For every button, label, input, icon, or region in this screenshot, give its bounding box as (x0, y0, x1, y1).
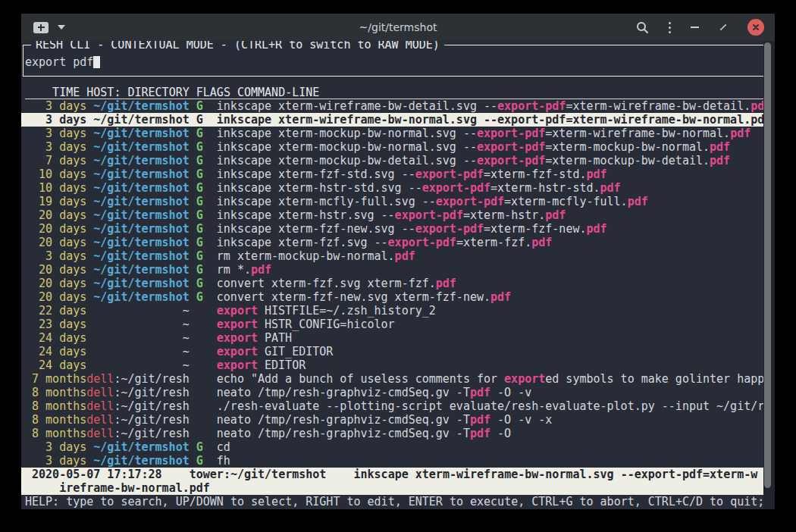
row-dir-path: ~/git/termshot (93, 440, 189, 454)
scrollbar-track[interactable] (763, 41, 775, 509)
history-row[interactable]: 7 days~/git/termshotGinkscape xterm-mock… (25, 154, 764, 167)
search-input[interactable]: export pdf (25, 55, 766, 69)
tab-dropdown-button[interactable] (58, 25, 65, 30)
text-cursor (93, 56, 100, 68)
row-flag: G (196, 140, 203, 154)
history-row[interactable]: 3 days~/git/termshotGinkscape xterm-mock… (25, 127, 764, 140)
row-time: 24 days (25, 345, 86, 358)
history-row[interactable]: 23 days~export HSTR_CONFIG=hicolor (25, 318, 764, 331)
menu-button[interactable] (669, 22, 671, 33)
match-highlight: pd (751, 99, 764, 113)
row-flag: G (196, 99, 203, 113)
command-text: neato /tmp/resh-graphviz-cmdSeq.gv -T (217, 386, 470, 399)
match-highlight: pdf (710, 140, 730, 154)
row-dir-path: ~ (183, 358, 190, 372)
row-dir-path: ~/git/termshot (93, 154, 189, 167)
minimize-button[interactable] (691, 27, 699, 28)
new-tab-button[interactable] (33, 22, 49, 33)
command-text: HISTFILE=~/.zsh_history_2 (258, 304, 436, 318)
history-row[interactable]: 20 days~/git/termshotGinkscape xterm-hst… (25, 208, 764, 222)
row-time: 8 months (25, 399, 86, 413)
history-row[interactable]: 20 days~/git/termshotGconvert xterm-fzf.… (25, 277, 764, 290)
history-row[interactable]: 24 days~export EDITOR (25, 358, 764, 372)
command-text: =xterm-fzf-new. (484, 222, 586, 236)
row-time: 8 months (25, 413, 86, 427)
history-row[interactable]: 20 days~/git/termshotGrm *.pdf (25, 263, 764, 277)
row-dir-path: ~ (183, 345, 190, 358)
row-directory: ~ (86, 318, 189, 331)
command-text: neato /tmp/resh-graphviz-cmdSeq.gv -T (217, 427, 470, 440)
search-button[interactable] (636, 21, 649, 34)
history-row[interactable]: 8 monthsdell:~/git/reshneato /tmp/resh-g… (25, 427, 764, 440)
row-dir-path: :~/git/resh (114, 372, 189, 386)
match-highlight: export-pdf (477, 140, 545, 154)
row-flag: G (196, 236, 203, 249)
history-row[interactable]: 20 days~/git/termshotGinkscape xterm-fzf… (25, 222, 764, 236)
help-bar: HELP: type to search, UP/DOWN to select,… (25, 495, 764, 509)
command-text: ./resh-evaluate --plotting-script evalua… (217, 399, 764, 413)
resh-mode-title: RESH CLI - CONTEXTUAL MODE - (CTRL+R to … (31, 41, 444, 52)
row-directory: ~/git/termshot (86, 222, 189, 236)
row-dir-path: :~/git/resh (114, 413, 189, 427)
match-highlight: pdf (470, 413, 490, 427)
history-row[interactable]: 7 monthsdell:~/git/reshecho "Add a bunch… (25, 372, 764, 386)
row-time: 20 days (25, 290, 86, 304)
row-flag (196, 331, 203, 345)
match-highlight: pdf (600, 181, 621, 195)
history-row[interactable]: 20 days~/git/termshotGinkscape xterm-fzf… (25, 236, 764, 249)
row-time: 19 days (25, 195, 86, 208)
history-row[interactable]: 20 days~/git/termshotGconvert xterm-fzf-… (25, 290, 764, 304)
row-flag: G (196, 167, 203, 181)
history-row[interactable]: 24 days~export GIT_EDITOR (25, 345, 764, 358)
row-directory: ~/git/termshot (86, 454, 189, 468)
history-row[interactable]: 3 days~/git/termshotGcd (25, 440, 764, 454)
terminal-window: ~/git/termshot (21, 14, 775, 509)
match-highlight: pdf (470, 386, 490, 399)
history-row[interactable]: 3 days~/git/termshotGrm xterm-mockup-bw-… (25, 249, 764, 263)
row-command: inkscape xterm-mcfly-full.svg --export-p… (217, 195, 765, 208)
history-row[interactable]: 3 days~/git/termshotGinkscape xterm-wire… (21, 113, 764, 127)
match-highlight: export (217, 331, 258, 345)
row-flag: G (196, 263, 203, 277)
row-flag: G (196, 222, 203, 236)
row-command: echo "Add a bunch of useless comments fo… (217, 372, 765, 386)
row-command: fh (217, 454, 765, 468)
row-dir-path: ~ (183, 318, 190, 331)
row-time: 3 days (25, 140, 86, 154)
history-row[interactable]: 8 monthsdell:~/git/resh./resh-evaluate -… (25, 399, 764, 413)
match-highlight: export-pdf (422, 181, 490, 195)
restore-button[interactable] (719, 23, 728, 32)
history-row[interactable]: 3 days~/git/termshotGinkscape xterm-wire… (25, 99, 764, 113)
close-button[interactable] (747, 19, 764, 36)
history-row[interactable]: 10 days~/git/termshotGinkscape xterm-fzf… (25, 167, 764, 181)
history-row[interactable]: 3 days~/git/termshotGfh (25, 454, 764, 468)
row-command: ./resh-evaluate --plotting-script evalua… (217, 399, 765, 413)
command-text: inkscape xterm-mockup-bw-detail.svg -- (217, 154, 477, 167)
restore-icon (719, 23, 728, 32)
row-flag (196, 413, 203, 427)
selected-entry-detail: 2020-05-07 17:17:28 tower:~/git/termshot… (21, 468, 764, 495)
row-directory: dell:~/git/resh (86, 372, 189, 386)
row-time: 8 months (25, 386, 86, 399)
match-highlight: export-pdf (497, 113, 566, 127)
row-dir-path: ~/git/termshot (93, 113, 189, 127)
command-text: echo "Add a bunch of useless comments fo… (217, 372, 504, 386)
history-row[interactable]: 24 days~export PATH (25, 331, 764, 345)
history-row[interactable]: 22 days~export HISTFILE=~/.zsh_history_2 (25, 304, 764, 318)
row-time: 20 days (25, 208, 86, 222)
scrollbar-thumb[interactable] (764, 42, 771, 488)
history-row[interactable]: 10 days~/git/termshotGinkscape xterm-hst… (25, 181, 764, 195)
row-flag (196, 399, 203, 413)
row-flag: G (196, 154, 203, 167)
history-row[interactable]: 19 days~/git/termshotGinkscape xterm-mcf… (25, 195, 764, 208)
history-row[interactable]: 8 monthsdell:~/git/reshneato /tmp/resh-g… (25, 413, 764, 427)
row-directory: ~/git/termshot (86, 440, 189, 454)
match-highlight: export-pdf (497, 99, 566, 113)
row-time: 22 days (25, 304, 86, 318)
command-text: ed symbols to make golinter happ (545, 372, 764, 386)
row-directory: ~/git/termshot (86, 236, 189, 249)
history-row[interactable]: 3 days~/git/termshotGinkscape xterm-mock… (25, 140, 764, 154)
row-time: 8 months (25, 427, 86, 440)
history-row[interactable]: 8 monthsdell:~/git/reshneato /tmp/resh-g… (25, 386, 764, 399)
row-host: dell (86, 427, 114, 440)
